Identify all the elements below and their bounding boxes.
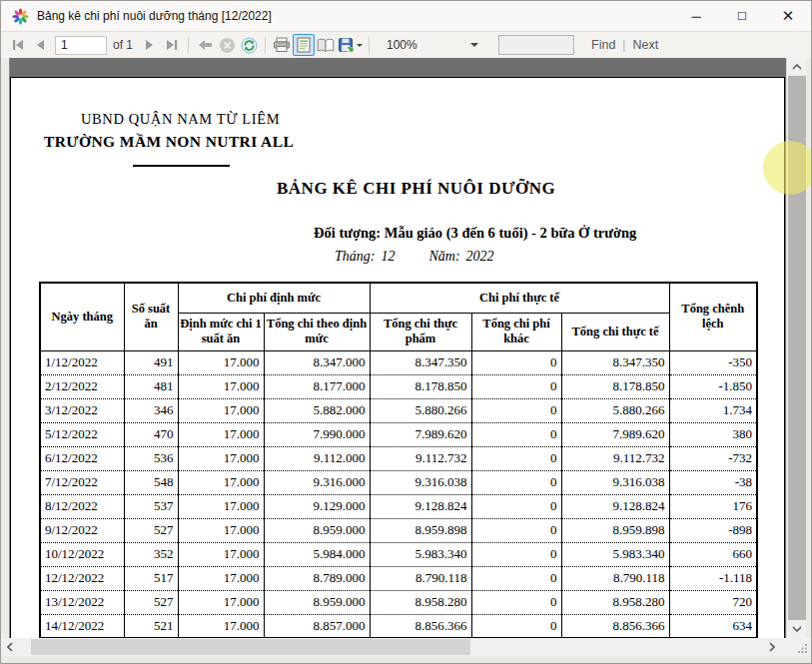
last-page-button[interactable]: [161, 34, 183, 56]
cell-actual-total: 8.790.118: [561, 566, 669, 590]
cell-servings: 346: [124, 398, 178, 422]
cell-actual-total: 8.958.280: [561, 590, 669, 614]
cell-date: 3/12/2022: [40, 398, 124, 422]
cell-servings: 521: [124, 614, 178, 638]
print-button[interactable]: [271, 34, 293, 56]
cell-norm-total: 7.990.000: [264, 422, 370, 446]
cell-actual-total: 9.128.824: [561, 494, 669, 518]
vertical-scrollbar[interactable]: [786, 58, 806, 638]
page-count-label: of 1: [113, 38, 133, 52]
cell-servings: 527: [124, 518, 178, 542]
cell-date: 5/12/2022: [40, 422, 124, 446]
header-date: Ngày tháng: [40, 283, 124, 350]
cell-norm-per-serving: 17.000: [178, 518, 264, 542]
month-value: 12: [381, 249, 395, 264]
cell-difference: 720: [669, 590, 757, 614]
subject-value: Mẫu giáo (3 đến 6 tuổi) - 2 bữa Ở trường: [385, 225, 637, 241]
page-number-input[interactable]: [55, 36, 107, 55]
cell-food-total: 5.983.340: [370, 542, 471, 566]
toolbar-separator: [188, 37, 189, 54]
table-row: 3/12/2022 346 17.000 5.882.000 5.880.266…: [40, 398, 757, 422]
first-page-button[interactable]: [7, 34, 29, 56]
refresh-button[interactable]: [238, 34, 260, 56]
stop-rendering-button[interactable]: [216, 34, 238, 56]
scroll-down-button[interactable]: [787, 620, 807, 638]
scroll-left-button[interactable]: [1, 638, 19, 656]
print-layout-icon: [297, 37, 311, 53]
minimize-button[interactable]: ─: [673, 1, 719, 31]
export-dropdown-caret-icon: [357, 44, 363, 47]
toolbar-separator: [369, 37, 370, 54]
cell-food-total: 8.790.118: [370, 566, 471, 590]
maximize-button[interactable]: ☐: [719, 1, 765, 31]
table-row: 7/12/2022 548 17.000 9.316.000 9.316.038…: [40, 470, 757, 494]
table-body: 1/12/2022 491 17.000 8.347.000 8.347.350…: [40, 350, 757, 638]
close-button[interactable]: ✕: [765, 1, 811, 31]
titlebar[interactable]: Bảng kê chi phí nuôi dưỡng tháng [12/202…: [1, 1, 811, 31]
cell-norm-per-serving: 17.000: [178, 398, 264, 422]
cell-difference: 176: [669, 494, 757, 518]
previous-page-button[interactable]: [29, 34, 51, 56]
print-layout-toggle-button[interactable]: [293, 34, 315, 56]
previous-page-icon: [34, 39, 46, 51]
cell-difference: 660: [669, 542, 757, 566]
zoom-level-value: 100%: [387, 38, 417, 52]
cell-food-total: 8.856.366: [370, 614, 471, 638]
horizontal-scrollbar[interactable]: [1, 638, 811, 656]
cell-norm-total: 9.129.000: [264, 494, 370, 518]
cell-other-total: 0: [471, 446, 561, 470]
org-name-line2: TRƯỜNG MẦM NON NUTRI ALL: [44, 133, 294, 151]
cell-norm-per-serving: 17.000: [178, 446, 264, 470]
zoom-select[interactable]: 100%: [381, 35, 484, 55]
cell-other-total: 0: [471, 614, 561, 638]
last-page-icon: [165, 39, 179, 51]
cell-servings: 352: [124, 542, 178, 566]
print-icon: [273, 37, 291, 53]
cell-difference: -898: [669, 518, 757, 542]
table-row: 6/12/2022 536 17.000 9.112.000 9.112.732…: [40, 446, 757, 470]
stop-icon: [219, 37, 236, 54]
subject-line: Đối tượng: Mẫu giáo (3 đến 6 tuổi) - 2 b…: [314, 225, 636, 242]
horizontal-scrollbar-track[interactable]: [19, 638, 763, 656]
cell-norm-per-serving: 17.000: [178, 566, 264, 590]
cell-date: 1/12/2022: [40, 350, 124, 374]
find-button[interactable]: Find: [591, 38, 615, 52]
cell-difference: -732: [669, 446, 757, 470]
cell-servings: 548: [124, 470, 178, 494]
vertical-scrollbar-thumb[interactable]: [788, 76, 806, 620]
org-underline: [133, 165, 230, 167]
export-button[interactable]: [337, 34, 364, 56]
header-group-norm-cost: Chi phí định mức: [178, 283, 370, 313]
scroll-up-button[interactable]: [787, 58, 807, 76]
back-to-parent-button[interactable]: [194, 34, 216, 56]
cell-norm-per-serving: 17.000: [178, 614, 264, 638]
export-save-icon: [338, 37, 355, 53]
page-setup-button[interactable]: [315, 34, 337, 56]
back-arrow-icon: [198, 39, 213, 51]
table-row: 2/12/2022 481 17.000 8.177.000 8.178.850…: [40, 374, 757, 398]
cell-norm-total: 5.882.000: [264, 398, 370, 422]
first-page-icon: [11, 39, 25, 51]
chevron-right-icon: [769, 642, 775, 652]
cell-norm-per-serving: 17.000: [178, 542, 264, 566]
horizontal-scrollbar-thumb[interactable]: [31, 639, 470, 655]
cell-food-total: 9.316.038: [370, 470, 471, 494]
cell-norm-total: 9.316.000: [264, 470, 370, 494]
cell-norm-per-serving: 17.000: [178, 590, 264, 614]
table-row: 9/12/2022 527 17.000 8.959.000 8.959.898…: [40, 518, 757, 542]
expense-table: Ngày tháng Số suất ăn Chi phí định mức C…: [39, 282, 758, 638]
minimize-icon: ─: [691, 9, 700, 24]
resize-grip[interactable]: [781, 638, 811, 656]
cell-date: 10/12/2022: [40, 542, 124, 566]
next-page-button[interactable]: [139, 34, 161, 56]
org-name-line1: UBND QUẬN NAM TỪ LIÊM: [81, 111, 280, 128]
cell-actual-total: 9.112.732: [561, 446, 669, 470]
resize-grip-icon: [797, 642, 808, 653]
page-setup-book-icon: [317, 38, 335, 53]
scroll-right-button[interactable]: [763, 638, 781, 656]
cell-food-total: 8.959.898: [370, 518, 471, 542]
cell-other-total: 0: [471, 542, 561, 566]
search-text-input[interactable]: [498, 35, 574, 55]
find-next-button[interactable]: Next: [632, 38, 658, 52]
toolbar-separator: [265, 37, 266, 54]
